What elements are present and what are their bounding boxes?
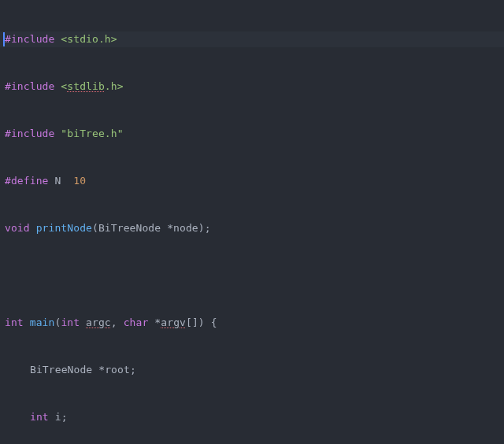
semi: ; [205, 222, 211, 234]
type: void [5, 222, 30, 234]
param-name: argc [86, 316, 111, 328]
semi: ; [130, 364, 136, 376]
fn-name: printNode [36, 222, 92, 234]
lparen: ( [92, 222, 98, 234]
code-line[interactable]: int main(int argc, char *argv[]) { [5, 315, 499, 331]
preproc-kw: #include [5, 128, 54, 139]
var-name: i [55, 411, 61, 423]
code-line[interactable]: BiTreeNode *root; [5, 362, 499, 378]
star: * [167, 222, 173, 234]
type: int [30, 411, 49, 423]
macro-name: N [54, 175, 61, 187]
code-line[interactable]: #include "biTree.h" [5, 126, 499, 142]
brackets: [] [186, 316, 198, 328]
code-editor[interactable]: #include <stdio.h> #include <stdlib.h> #… [0, 0, 504, 444]
fn-name: main [30, 316, 55, 328]
preproc-kw: #include [5, 33, 54, 45]
header-close: > [111, 33, 117, 45]
macro-value: 10 [73, 175, 86, 187]
lbrace: { [211, 316, 217, 328]
rparen: ) [198, 316, 205, 328]
var-name: root [105, 364, 130, 376]
type: char [124, 316, 149, 328]
header-close: " [117, 128, 124, 139]
code-line-blank[interactable] [5, 268, 499, 283]
header-ext: .h [105, 80, 117, 92]
param-name: argv [161, 316, 186, 328]
comma: , [111, 316, 117, 328]
define-kw: #define [5, 175, 49, 187]
code-line[interactable]: int i; [5, 409, 499, 425]
param-name: node [173, 222, 198, 234]
header-name: stdlib [67, 80, 105, 92]
semi: ; [61, 411, 68, 423]
header-name: biTree.h [67, 128, 117, 139]
type: BiTreeNode [30, 364, 92, 376]
header-close: > [117, 80, 124, 92]
code-line[interactable]: #define N 10 [5, 173, 499, 189]
star: * [98, 364, 105, 376]
code-line[interactable]: #include <stdlib.h> [5, 79, 499, 94]
header-name: stdio.h [67, 33, 111, 45]
preproc-kw: #include [5, 80, 54, 92]
type: int [5, 316, 24, 328]
rparen: ) [198, 222, 205, 234]
type: int [61, 316, 80, 328]
code-line[interactable]: #include <stdio.h> [0, 31, 504, 47]
param-type: BiTreeNode [98, 222, 161, 234]
code-line[interactable]: void printNode(BiTreeNode *node); [5, 220, 499, 236]
